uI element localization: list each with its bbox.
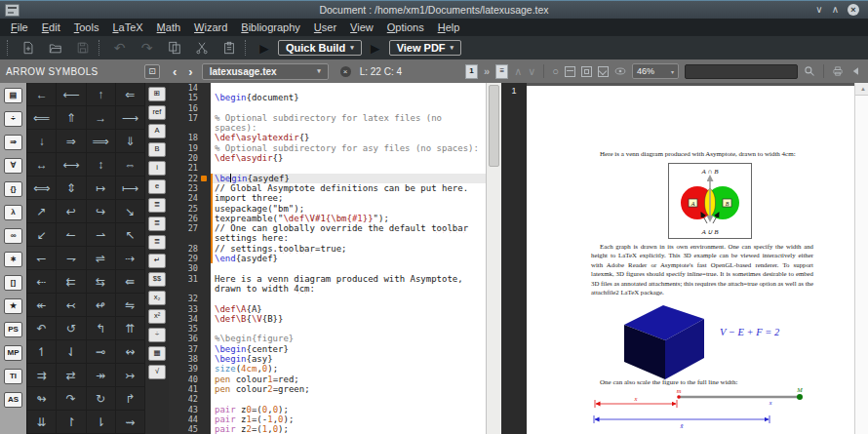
arrow-symbol-cell[interactable]: ⇌ [87, 247, 116, 270]
code-line[interactable]: 30 [169, 263, 486, 273]
bold-icon[interactable]: B [148, 142, 166, 157]
minimize-button[interactable]: ∨ [815, 4, 822, 16]
arrow-symbol-cell[interactable]: ⇈ [116, 317, 145, 340]
code-line[interactable]: 20\def\asydir{} [169, 153, 486, 163]
new-document-icon[interactable] [19, 39, 37, 57]
arrow-symbol-cell[interactable]: ⇊ [27, 411, 57, 434]
sidebar-tab-greek-letters[interactable]: λ [4, 205, 22, 220]
arrow-symbol-cell[interactable]: ⟺ [27, 177, 57, 200]
code-line[interactable]: 14 [169, 83, 486, 93]
arrow-symbol-cell[interactable]: ⇒ [57, 130, 86, 153]
close-document-icon[interactable]: × [340, 66, 351, 77]
arrow-symbol-cell[interactable]: ⇁ [57, 247, 86, 270]
code-line[interactable]: 18\def\asylatexdir{} [169, 133, 486, 142]
arrow-symbol-cell[interactable]: ↞ [27, 294, 57, 317]
maximize-button[interactable]: ∧ [832, 4, 839, 16]
code-line[interactable]: 23// Global Asymptote definitions can be… [169, 183, 486, 193]
code-line[interactable]: 15\begin{document} [169, 93, 486, 102]
pdf-viewer[interactable]: Here is a venn diagram produced with Asy… [527, 83, 854, 434]
arrow-symbol-cell[interactable]: ⟹ [87, 130, 116, 153]
subscript-icon[interactable]: x₂ [148, 291, 166, 305]
code-line[interactable]: 24import three; [169, 193, 486, 203]
code-line[interactable]: 32 [169, 294, 486, 303]
sidebar-tab-structure[interactable]: ▤ [4, 88, 22, 103]
fraction-icon[interactable]: ÷ [148, 328, 166, 342]
arrow-symbol-cell[interactable]: ↼ [57, 223, 86, 247]
code-line[interactable]: 21 [169, 163, 486, 173]
first-page-button[interactable]: 1 [465, 64, 478, 79]
continuous-mode-button[interactable]: » [484, 65, 490, 77]
code-line[interactable]: 40pen colour1=red; [169, 375, 486, 384]
code-line[interactable]: spaces): [169, 123, 486, 133]
menu-options[interactable]: Options [380, 21, 431, 33]
arrow-symbol-cell[interactable]: ↶ [27, 317, 57, 340]
arrow-symbol-cell[interactable]: ↘ [116, 200, 145, 223]
code-line[interactable]: 34\def\B{\V{B}} [169, 314, 486, 324]
fit-page-button[interactable] [581, 66, 592, 77]
arrow-symbol-cell[interactable]: ↻ [87, 387, 116, 411]
itemize-icon[interactable]: ≣ [148, 198, 166, 213]
sidebar-tab-most-used[interactable]: ∗ [4, 252, 22, 267]
view-pdf-button[interactable]: View PDF▾ [389, 40, 461, 56]
code-line[interactable]: 27// One can globally override the defau… [169, 223, 486, 233]
menu-tools[interactable]: Tools [67, 21, 106, 33]
arrow-symbol-cell[interactable]: ↑ [87, 83, 116, 106]
arrow-symbol-cell[interactable]: ⇄ [57, 364, 86, 387]
arrow-symbol-cell[interactable]: ⇢ [116, 247, 145, 270]
menu-help[interactable]: Help [431, 21, 467, 33]
arrow-symbol-cell[interactable]: ↬ [27, 387, 57, 411]
menu-bibliography[interactable]: Bibliography [234, 21, 307, 33]
sidebar-tab-user-symbols[interactable]: ★ [4, 298, 22, 314]
arrow-symbol-cell[interactable]: ↓ [27, 130, 57, 153]
arrow-symbol-cell[interactable]: ↱ [116, 387, 145, 411]
external-viewer-icon[interactable] [849, 65, 861, 77]
code-line[interactable]: 36%\begin{figure} [169, 334, 486, 343]
sidebar-tab-arrow-symbols[interactable]: ⇒ [4, 135, 22, 150]
code-line[interactable]: 38\begin{asy} [169, 354, 486, 364]
menu-file[interactable]: File [4, 21, 35, 33]
save-icon[interactable] [73, 39, 92, 57]
italic-icon[interactable]: i [148, 161, 166, 176]
search-icon[interactable] [804, 65, 815, 77]
sidebar-tab-metapost[interactable]: MP [4, 345, 22, 361]
arrow-symbol-cell[interactable]: ⇕ [57, 177, 86, 200]
scroll-up-arrow[interactable]: ▲ [855, 83, 868, 96]
arrow-symbol-cell[interactable]: ⟵ [57, 83, 86, 106]
arrow-symbol-cell[interactable]: ⟶ [116, 106, 145, 130]
code-line[interactable]: 44pair z1=(-1,0); [169, 414, 486, 424]
arrow-symbol-cell[interactable]: ↺ [57, 317, 86, 340]
code-line[interactable]: 43pair z0=(0,0); [169, 405, 486, 414]
arrow-symbol-cell[interactable]: ↽ [27, 247, 57, 270]
code-line[interactable]: 29\end{asydef} [169, 254, 486, 263]
zoom-level-select[interactable]: 46%▾ [632, 63, 679, 79]
run-quick-build-icon[interactable]: ▶ [256, 41, 272, 56]
arrow-symbol-cell[interactable]: ↦ [87, 177, 116, 200]
arrow-symbol-cell[interactable]: ⇓ [116, 130, 145, 153]
quick-build-button[interactable]: Quick Build▾ [278, 40, 362, 56]
page-number[interactable]: 1 [511, 86, 516, 96]
arrow-symbol-cell[interactable]: ⟸ [27, 106, 57, 130]
arrow-symbol-cell[interactable]: ⇔ [116, 153, 145, 177]
arrow-symbol-cell[interactable]: ↰ [87, 317, 116, 340]
arrow-symbol-cell[interactable]: ⇃ [57, 340, 86, 364]
editor-toolbar-toggle[interactable]: ⊡ [144, 64, 160, 79]
copy-icon[interactable] [165, 39, 183, 57]
menu-view[interactable]: View [343, 21, 380, 33]
display-math-icon[interactable]: $$ [148, 272, 166, 287]
sidebar-tab-pstricks[interactable]: PS [4, 322, 22, 337]
arrow-symbol-cell[interactable]: ⇠ [27, 270, 57, 294]
menu-math[interactable]: Math [150, 21, 187, 33]
open-file-icon[interactable] [46, 39, 64, 57]
pdf-page-list[interactable]: 1 [501, 83, 527, 434]
code-line[interactable]: 37\begin{center} [169, 344, 486, 354]
arrow-symbol-cell[interactable]: ⇉ [27, 364, 57, 387]
next-page-button[interactable]: ∨ [528, 65, 535, 78]
enumerate-icon[interactable]: ≣ [148, 217, 166, 231]
sidebar-tab-delimiters[interactable]: {} [4, 181, 22, 197]
font-size-icon[interactable]: A [148, 124, 166, 138]
arrow-symbol-cell[interactable]: ↖ [116, 223, 145, 247]
editor-scrollbar[interactable] [486, 83, 501, 434]
sidebar-tab-tikz[interactable]: TI [4, 369, 22, 384]
arrow-symbol-cell[interactable]: ↩ [57, 200, 86, 223]
code-line[interactable]: 45pair z2=(1,0); [169, 424, 486, 434]
